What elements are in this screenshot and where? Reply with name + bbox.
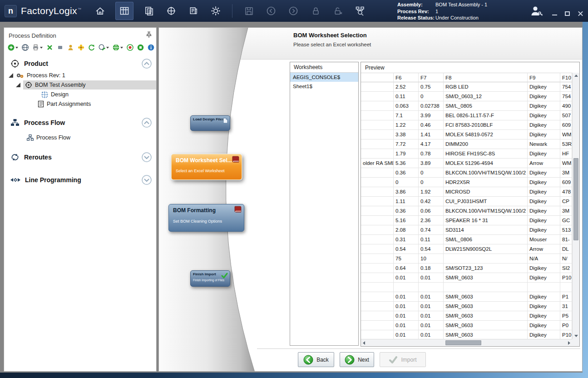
minimize-button[interactable] bbox=[552, 15, 557, 15]
lock-icon[interactable] bbox=[309, 4, 322, 18]
tree-item-process-rev[interactable]: Process Rev: 1 bbox=[4, 71, 156, 80]
sidebar-section-line-programming[interactable]: Line Programming bbox=[4, 173, 156, 187]
preview-table-row[interactable]: 0.010.01SM/R_0603DigikeyP5 bbox=[361, 311, 572, 321]
user-gold-icon[interactable] bbox=[67, 44, 74, 51]
sidebar-section-reroutes[interactable]: Reroutes bbox=[4, 150, 156, 164]
user-key-icon[interactable] bbox=[529, 4, 543, 20]
stop-icon[interactable] bbox=[137, 44, 144, 51]
preview-table-row[interactable]: 0.0630.02738SM/L_0805Digikey490 bbox=[361, 101, 572, 111]
preview-table-row[interactable]: 1.790.78HIROSE FH19SC-8SDigikeyHF bbox=[361, 149, 572, 159]
process-search-icon[interactable] bbox=[353, 4, 367, 18]
preview-table-row[interactable] bbox=[361, 283, 572, 292]
forward-circle-icon[interactable] bbox=[287, 4, 300, 18]
navigate-icon[interactable] bbox=[164, 4, 178, 18]
help-icon[interactable] bbox=[148, 44, 154, 51]
preview-column-header[interactable]: F8 bbox=[444, 73, 528, 82]
back-button[interactable]: Back bbox=[298, 352, 334, 367]
preview-table-row[interactable]: older RA SMD5.363.89MOLEX 51296-4594Arro… bbox=[361, 159, 572, 168]
preview-table-row[interactable]: 7510N/AN/ bbox=[361, 254, 572, 264]
release-status-value: Under Construction bbox=[435, 15, 479, 21]
step-load-design-files[interactable]: Load Design Files bbox=[190, 115, 230, 131]
preview-table-row[interactable]: 0.010.01SM/R_0603Digikey31 bbox=[361, 302, 572, 311]
preview-column-header[interactable] bbox=[361, 73, 394, 82]
preview-table-row[interactable]: 0.360.06BLKCON.100/VH/TM1SQ/W.100/2Digik… bbox=[361, 206, 572, 216]
step-bom-formatting[interactable]: BOM Formatting Set BOM Cleaning Options bbox=[168, 204, 244, 232]
preview-table-row[interactable]: 5.162.36SPEAKER 16 * 31DigikeyGC bbox=[361, 216, 572, 225]
preview-table-row[interactable]: 3.381.41MOLEX 54819-0572DigikeyWM bbox=[361, 130, 572, 139]
export-globe-button[interactable] bbox=[99, 44, 109, 51]
step-bom-worksheet-selection[interactable]: BOM Worksheet Sel... Select an Excel Wor… bbox=[171, 154, 242, 180]
next-button[interactable]: Next bbox=[340, 352, 374, 367]
preview-table-row[interactable]: 0.010.01SM/R_0603DigikeyP1 bbox=[361, 292, 572, 302]
preview-table-row[interactable]: 7.13.99BEL 0826-1L1T-57-FDigikey507 bbox=[361, 111, 572, 120]
flower-icon[interactable] bbox=[78, 44, 84, 51]
expander-icon[interactable] bbox=[9, 73, 13, 78]
scroll-up-icon[interactable] bbox=[574, 75, 578, 77]
tree-label-design: Design bbox=[51, 91, 69, 98]
preview-column-header[interactable]: F9 bbox=[528, 73, 560, 82]
back-circle-icon[interactable] bbox=[264, 4, 278, 18]
explore-globe-icon[interactable] bbox=[22, 44, 29, 51]
preview-table-row[interactable]: 0.640.18SM/SOT23_123DigikeySI2 bbox=[361, 264, 572, 273]
scroll-down-icon[interactable] bbox=[574, 335, 578, 337]
preview-table-row[interactable]: 0.010.01SM/R_0603DigikeyP10 bbox=[361, 330, 572, 339]
unlock-icon[interactable] bbox=[331, 4, 345, 18]
delete-button[interactable] bbox=[46, 44, 53, 51]
pin-icon[interactable] bbox=[146, 31, 152, 40]
close-button[interactable] bbox=[578, 10, 583, 16]
preview-table-row[interactable]: 0.310.11SM/L_0806Mouser81- bbox=[361, 235, 572, 244]
add-button[interactable] bbox=[8, 44, 18, 51]
preview-table-row[interactable]: 1.110.42CUI_PJ031HSMTDigikeyCP bbox=[361, 197, 572, 206]
preview-table-row[interactable]: 0.540.54DLW21SN900SQ2LArrowDL bbox=[361, 244, 572, 254]
collapse-down-icon[interactable] bbox=[142, 152, 152, 162]
preview-column-header[interactable]: F10 bbox=[560, 73, 572, 82]
tree-item-process-flow[interactable]: Process Flow bbox=[4, 133, 156, 142]
settings-gear-icon[interactable] bbox=[209, 4, 222, 18]
vertical-scrollbar[interactable] bbox=[572, 73, 579, 339]
preview-table-row[interactable]: 7.724.17DIMM200Newark53R bbox=[361, 139, 572, 149]
web-publish-button[interactable] bbox=[113, 44, 123, 51]
preview-table-row[interactable]: 00HDR2X5RDigikey609 bbox=[361, 178, 572, 187]
preview-table-cell: 31 bbox=[560, 302, 572, 311]
preview-column-header[interactable]: F7 bbox=[419, 73, 444, 82]
save-icon[interactable] bbox=[242, 4, 256, 18]
home-icon[interactable] bbox=[93, 4, 107, 18]
process-definition-icon[interactable] bbox=[115, 2, 133, 20]
preview-table-row[interactable]: 3.861.92MICROSDDigikey478 bbox=[361, 187, 572, 197]
sidebar-section-product[interactable]: Product bbox=[4, 57, 156, 70]
tree-item-design[interactable]: Design bbox=[4, 90, 156, 99]
collapse-down-icon[interactable] bbox=[142, 175, 152, 185]
sidebar-section-process-flow[interactable]: Process Flow bbox=[4, 116, 156, 129]
vertical-scrollbar-thumb[interactable] bbox=[573, 158, 578, 241]
import-button[interactable]: Import bbox=[380, 352, 426, 367]
tree-item-part-assignments[interactable]: Part Assignments bbox=[4, 99, 156, 109]
horizontal-scrollbar-thumb[interactable] bbox=[445, 340, 481, 345]
preview-table-cell: 0.01 bbox=[394, 302, 419, 311]
refresh-button[interactable] bbox=[88, 44, 95, 51]
scroll-left-icon[interactable] bbox=[363, 341, 365, 345]
preview-table-cell: 0.01 bbox=[394, 330, 419, 339]
collapse-up-icon[interactable] bbox=[142, 59, 152, 69]
horizontal-scrollbar[interactable] bbox=[361, 339, 572, 346]
materials-icon[interactable] bbox=[142, 4, 156, 18]
record-icon[interactable] bbox=[127, 44, 133, 51]
preview-table-row[interactable]: 0.360BLKCON.100/VH/TM1SQ/W.100/2Digikey3… bbox=[361, 168, 572, 178]
tree-item-assembly[interactable]: BOM Test Assembly bbox=[4, 80, 156, 90]
worksheet-item[interactable]: AEGIS_CONSOLE$ bbox=[290, 73, 358, 82]
preview-table-row[interactable]: 2.080.74SD3114Digikey513 bbox=[361, 225, 572, 235]
scroll-right-icon[interactable] bbox=[568, 341, 570, 345]
collapse-up-icon[interactable] bbox=[142, 118, 152, 128]
step-finish-import[interactable]: Finish Import Finish Importing of Files bbox=[190, 270, 230, 287]
tag-icon[interactable] bbox=[57, 44, 64, 51]
preview-table-row[interactable]: 2.520.75RGB LEDDigikey754 bbox=[361, 82, 572, 92]
expander-icon[interactable] bbox=[16, 83, 20, 87]
preview-table-row[interactable]: 0.010.01SM/R_0603DigikeyP10 bbox=[361, 273, 572, 283]
preview-column-header[interactable]: F6 bbox=[394, 73, 419, 82]
preview-table-row[interactable]: 1.220.46FCI 87583-2010BLFDigikey609 bbox=[361, 120, 572, 130]
maximize-button[interactable] bbox=[565, 11, 570, 16]
documents-icon[interactable] bbox=[187, 4, 200, 18]
preview-table-row[interactable]: 0.110SM/D_0603_12Digikey754 bbox=[361, 92, 572, 101]
print-button[interactable] bbox=[32, 44, 43, 51]
preview-table-row[interactable]: 0.010.01SM/R_0603DigikeyP0 bbox=[361, 321, 572, 330]
worksheet-item[interactable]: Sheet1$ bbox=[290, 82, 358, 91]
